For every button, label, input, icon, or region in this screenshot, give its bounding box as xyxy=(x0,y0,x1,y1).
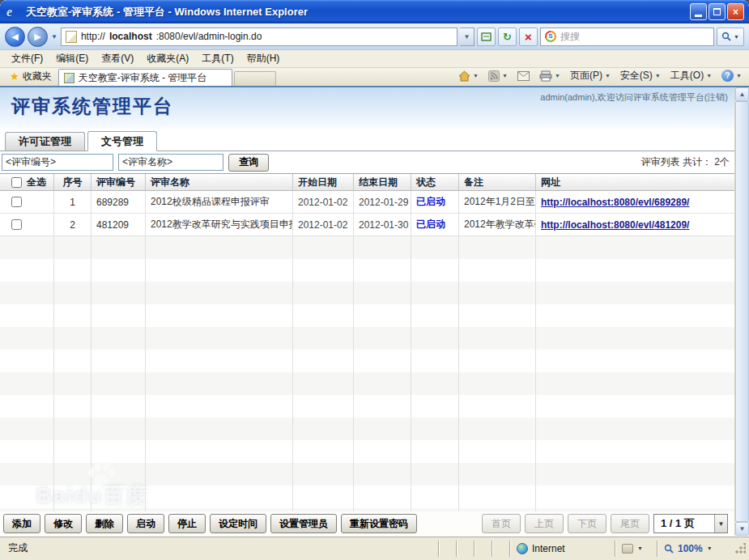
home-button[interactable]: ▼ xyxy=(454,69,483,83)
cell-remark: 2012年1月2日至: xyxy=(459,191,536,213)
close-button[interactable]: × xyxy=(727,3,744,20)
menu-favorites[interactable]: 收藏夹(A) xyxy=(140,50,195,67)
table-header: 全选 序号 评审编号 评审名称 开始日期 结束日期 状态 备注 网址 xyxy=(0,173,734,191)
tab-document-management[interactable]: 文号管理 xyxy=(87,131,157,151)
first-page-button[interactable]: 首页 xyxy=(482,514,521,533)
stop-button[interactable]: × xyxy=(519,28,538,46)
vertical-scrollbar[interactable]: ▲ ▼ xyxy=(734,87,749,536)
header-name: 评审名称 xyxy=(146,174,293,190)
zone-icon xyxy=(622,544,633,554)
scrollbar-thumb[interactable] xyxy=(735,101,749,522)
review-code-input[interactable] xyxy=(2,154,113,171)
safety-menu-button[interactable]: 安全(S)▼ xyxy=(616,67,665,84)
search-options-dropdown-icon[interactable]: ▼ xyxy=(734,34,739,40)
edit-button[interactable]: 修改 xyxy=(45,514,82,533)
resize-grip[interactable] xyxy=(734,543,746,554)
tools-menu-button[interactable]: 工具(O)▼ xyxy=(666,67,716,84)
restore-button[interactable] xyxy=(709,3,726,20)
magnifier-icon xyxy=(721,32,731,41)
stop-button-action[interactable]: 停止 xyxy=(168,514,206,533)
tab-license-management[interactable]: 许可证管理 xyxy=(5,132,85,151)
cell-seq: 2 xyxy=(54,214,91,235)
menu-help[interactable]: 帮助(H) xyxy=(240,50,287,67)
reset-password-button[interactable]: 重新设置密码 xyxy=(341,514,417,533)
review-url-link[interactable]: http://localhost:8080/evl/481209/ xyxy=(541,219,689,231)
address-input[interactable]: http://localhost:8080/evl/admin-login.do xyxy=(61,28,457,46)
app-header: 评审系统管理平台 admin(admin),欢迎访问评审系统管理平台(注销) xyxy=(0,87,734,129)
cell-start-date: 2012-01-02 xyxy=(293,214,354,235)
current-page-label: 1 / 1 页 xyxy=(661,516,695,531)
set-admin-button[interactable]: 设置管理员 xyxy=(270,514,337,533)
forward-button[interactable]: ▶ xyxy=(28,27,48,47)
user-info[interactable]: admin(admin),欢迎访问评审系统管理平台(注销) xyxy=(540,87,734,129)
command-bar: ▼ ▼ ▼ 页面(P)▼ 安全(S)▼ 工具(O)▼ xyxy=(454,67,746,86)
compatibility-view-button[interactable] xyxy=(477,28,496,46)
history-dropdown-icon[interactable]: ▼ xyxy=(50,33,58,40)
header-select-all: 全选 xyxy=(27,176,46,189)
browser-tab[interactable]: 天空教室-评审系统 - 管理平台 xyxy=(58,69,232,86)
scroll-down-icon[interactable]: ▼ xyxy=(735,522,749,536)
delete-button[interactable]: 删除 xyxy=(86,514,123,533)
select-all-checkbox[interactable] xyxy=(11,177,22,188)
new-tab-stub[interactable] xyxy=(234,71,276,86)
menu-file[interactable]: 文件(F) xyxy=(5,50,49,67)
app-tabs: 许可证管理 文号管理 xyxy=(0,129,734,151)
set-time-button[interactable]: 设定时间 xyxy=(210,514,266,533)
empty-rows-area xyxy=(0,236,734,511)
print-button[interactable]: ▼ xyxy=(535,69,564,83)
menu-tools[interactable]: 工具(T) xyxy=(195,50,240,67)
url-host: localhost xyxy=(109,31,152,42)
add-button[interactable]: 添加 xyxy=(3,514,40,533)
zoom-control[interactable]: 100% ▼ xyxy=(657,541,731,557)
page-select[interactable]: 1 / 1 页 ▼ xyxy=(653,514,728,533)
status-badge: 已启动 xyxy=(416,218,445,231)
cell-start-date: 2012-01-02 xyxy=(293,191,354,213)
scroll-up-icon[interactable]: ▲ xyxy=(735,87,749,101)
address-toolbar: ◀ ▶ ▼ http://localhost:8080/evl/admin-lo… xyxy=(0,23,749,50)
back-button[interactable]: ◀ xyxy=(5,27,25,47)
prev-page-button[interactable]: 上页 xyxy=(525,514,564,533)
favorites-button[interactable]: ★ 收藏夹 xyxy=(3,67,58,86)
safety-menu-label: 安全(S) xyxy=(620,69,653,83)
table-row: 1 689289 2012校级精品课程申报评审 2012-01-02 2012-… xyxy=(0,191,734,214)
minimize-button[interactable] xyxy=(690,3,707,20)
next-page-button[interactable]: 下页 xyxy=(568,514,606,533)
help-button[interactable]: ?▼ xyxy=(717,68,746,83)
menu-edit[interactable]: 编辑(E) xyxy=(49,50,95,67)
menu-view[interactable]: 查看(V) xyxy=(95,50,140,67)
page-menu-button[interactable]: 页面(P)▼ xyxy=(566,67,615,84)
favorites-label: 收藏夹 xyxy=(23,70,52,83)
browser-window: e 天空教室-评审系统 - 管理平台 - Windows Internet Ex… xyxy=(0,0,749,560)
mail-icon xyxy=(517,71,530,81)
row-checkbox[interactable] xyxy=(11,219,22,230)
header-code: 评审编号 xyxy=(91,174,146,190)
review-name-input[interactable] xyxy=(118,154,223,171)
rss-icon xyxy=(488,70,500,82)
zoom-magnifier-icon xyxy=(664,544,674,554)
page-icon xyxy=(66,31,77,43)
compatibility-icon xyxy=(481,32,492,42)
action-bar: 添加 修改 删除 启动 停止 设定时间 设置管理员 重新设置密码 首页 上页 下… xyxy=(0,511,734,536)
review-url-link[interactable]: http://localhost:8080/evl/689289/ xyxy=(541,197,689,208)
start-button[interactable]: 启动 xyxy=(127,514,164,533)
query-button[interactable]: 查询 xyxy=(228,154,269,172)
status-badge: 已启动 xyxy=(416,195,445,209)
cell-end-date: 2012-01-29 xyxy=(354,191,411,213)
url-scheme: http:// xyxy=(81,31,105,42)
protected-mode-cell[interactable]: ▼ xyxy=(615,541,657,557)
refresh-button[interactable]: ↻ xyxy=(498,28,517,46)
feeds-button[interactable]: ▼ xyxy=(484,69,512,83)
status-bar: 完成 Internet ▼ 100% ▼ xyxy=(0,536,749,560)
menu-bar: 文件(F) 编辑(E) 查看(V) 收藏夹(A) 工具(T) 帮助(H) xyxy=(0,50,749,68)
search-input[interactable]: S 搜搜 xyxy=(540,28,714,46)
search-placeholder: 搜搜 xyxy=(560,30,580,44)
tools-menu-label: 工具(O) xyxy=(670,69,704,83)
pagination: 首页 上页 下页 尾页 1 / 1 页 ▼ xyxy=(482,514,728,533)
cell-name: 2012校级精品课程申报评审 xyxy=(146,191,293,213)
row-checkbox[interactable] xyxy=(11,197,22,207)
read-mail-button[interactable] xyxy=(513,70,534,83)
filter-row: 查询 评审列表 共计： 2个 xyxy=(0,151,734,173)
address-dropdown-icon[interactable]: ▼ xyxy=(460,28,475,46)
last-page-button[interactable]: 尾页 xyxy=(611,514,649,533)
search-go-button[interactable]: ▼ xyxy=(717,28,744,46)
